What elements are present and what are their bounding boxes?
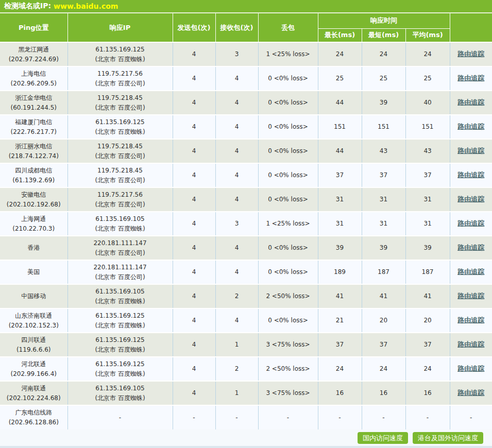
table-row: 广东电信线路 (202.96.128.86) - - - - - - - -	[0, 405, 492, 429]
ping-location-name: 浙江丽水电信	[2, 142, 66, 151]
response-ip-cell: 61.135.169.125 (北京市 百度蜘蛛)	[67, 308, 173, 333]
route-cell: 路由追踪	[450, 333, 492, 357]
response-ip-detail: (北京市 百度蜘蛛)	[70, 369, 171, 379]
received-packets-cell: 3	[215, 212, 258, 236]
ping-location-cell: 浙江丽水电信 (218.74.122.74)	[0, 139, 67, 163]
overseas-speed-button[interactable]: 港台及国外访问速度	[413, 432, 483, 444]
min-ms-cell: 37	[362, 163, 405, 187]
ping-location-cell: 四川成都电信 (61.139.2.69)	[0, 163, 67, 187]
response-ip-cell: 61.135.169.125 (北京市 百度蜘蛛)	[67, 115, 173, 139]
response-ip-detail: (北京市 百度蜘蛛)	[70, 55, 171, 64]
response-ip-detail: (北京市 百度公司)	[70, 176, 171, 185]
ping-location-ip: (222.76.217.7)	[2, 127, 66, 137]
response-ip-cell: 61.135.169.105 (北京市 百度蜘蛛)	[67, 381, 173, 405]
min-ms-cell: 25	[362, 66, 405, 91]
sent-packets-cell: 4	[173, 357, 215, 381]
table-row: 浙江丽水电信 (218.74.122.74) 119.75.218.45 (北京…	[0, 139, 492, 163]
sent-packets-cell: 4	[173, 66, 215, 91]
received-packets-cell: 3	[215, 42, 258, 66]
response-ip-cell: 119.75.218.45 (北京市 百度公司)	[67, 163, 173, 187]
route-trace-link[interactable]: 路由追踪	[457, 147, 484, 154]
response-ip-value: 61.135.169.105	[70, 384, 171, 393]
route-trace-link[interactable]: 路由追踪	[457, 365, 484, 372]
ping-location-name: 美国	[2, 267, 66, 277]
sent-packets-cell: 4	[173, 163, 215, 187]
response-ip-detail: (北京市 百度蜘蛛)	[70, 393, 171, 403]
route-trace-link[interactable]: 路由追踪	[457, 98, 484, 106]
route-cell: 路由追踪	[450, 115, 492, 139]
ping-location-ip: (202.102.152.3)	[2, 321, 66, 331]
ping-location-cell: 美国	[0, 260, 67, 284]
avg-ms-cell: 187	[405, 260, 450, 284]
ping-location-ip: (202.102.224.68)	[2, 393, 66, 403]
ping-location-ip: (119.6.6.6)	[2, 345, 66, 355]
min-ms-cell: 20	[362, 308, 405, 333]
ping-location-cell: 香港	[0, 236, 67, 260]
min-ms-cell: 31	[362, 187, 405, 212]
sent-packets-cell: 4	[173, 91, 215, 115]
route-trace-link[interactable]: 路由追踪	[457, 219, 484, 227]
table-row: 上海网通 (210.22.70.3) 61.135.169.105 (北京市 百…	[0, 212, 492, 236]
route-trace-link: -	[470, 414, 472, 421]
response-ip-cell: 220.181.111.147 (北京市 百度公司)	[67, 260, 173, 284]
response-ip-cell: 119.75.218.45 (北京市 百度公司)	[67, 91, 173, 115]
header-route-column	[450, 13, 492, 42]
min-ms-cell: 16	[362, 381, 405, 405]
route-trace-link[interactable]: 路由追踪	[457, 123, 484, 130]
route-trace-link[interactable]: 路由追踪	[457, 268, 484, 275]
response-ip-value: 61.135.169.125	[70, 45, 171, 55]
response-ip-detail: (北京市 百度蜘蛛)	[70, 224, 171, 234]
response-ip-value: 119.75.218.45	[70, 142, 171, 151]
table-row: 安徽电信 (202.102.192.68) 119.75.217.56 (北京市…	[0, 187, 492, 212]
max-ms-cell: 41	[318, 284, 362, 308]
received-packets-cell: 4	[215, 236, 258, 260]
sent-packets-cell: -	[173, 405, 215, 429]
response-ip-cell: 61.135.169.125 (北京市 百度蜘蛛)	[67, 333, 173, 357]
ping-location-ip: (202.97.224.69)	[2, 55, 66, 64]
route-trace-link[interactable]: 路由追踪	[457, 50, 484, 58]
route-trace-link[interactable]: 路由追踪	[457, 244, 484, 251]
sent-packets-cell: 4	[173, 236, 215, 260]
route-cell: 路由追踪	[450, 357, 492, 381]
route-trace-link[interactable]: 路由追踪	[457, 340, 484, 348]
route-trace-link[interactable]: 路由追踪	[457, 74, 484, 82]
min-ms-cell: 43	[362, 139, 405, 163]
route-cell: 路由追踪	[450, 284, 492, 308]
route-trace-link[interactable]: 路由追踪	[457, 195, 484, 203]
response-ip-cell: 61.135.169.105 (北京市 百度蜘蛛)	[67, 212, 173, 236]
response-ip-value: 119.75.217.56	[70, 190, 171, 200]
domestic-speed-button[interactable]: 国内访问速度	[358, 432, 408, 444]
packet-loss-cell: 0 <0% loss>	[258, 236, 318, 260]
response-ip-cell: 61.135.169.125 (北京市 百度蜘蛛)	[67, 42, 173, 66]
route-trace-link[interactable]: 路由追踪	[457, 171, 484, 179]
response-ip-value: 119.75.217.56	[70, 69, 171, 79]
received-packets-cell: 2	[215, 284, 258, 308]
response-ip-detail: (北京市 百度蜘蛛)	[70, 321, 171, 331]
ping-location-name: 河南联通	[2, 384, 66, 393]
header-ping-location: Ping位置	[0, 13, 67, 42]
avg-ms-cell: 40	[405, 91, 450, 115]
route-cell: 路由追踪	[450, 236, 492, 260]
route-trace-link[interactable]: 路由追踪	[457, 292, 484, 300]
packet-loss-cell: 2 <50% loss>	[258, 284, 318, 308]
ping-location-cell: 四川联通 (119.6.6.6)	[0, 333, 67, 357]
ping-location-cell: 河北联通 (202.99.166.4)	[0, 357, 67, 381]
received-packets-cell: 4	[215, 115, 258, 139]
response-ip-value: 119.75.218.45	[70, 166, 171, 176]
response-ip-cell: 61.135.169.105 (北京市 百度蜘蛛)	[67, 284, 173, 308]
min-ms-cell: 31	[362, 212, 405, 236]
response-ip-value: 61.135.169.125	[70, 359, 171, 369]
response-ip-value: -	[70, 413, 171, 423]
avg-ms-cell: 20	[405, 308, 450, 333]
ping-location-name: 河北联通	[2, 359, 66, 369]
table-row: 四川成都电信 (61.139.2.69) 119.75.218.45 (北京市 …	[0, 163, 492, 187]
avg-ms-cell: 37	[405, 163, 450, 187]
packet-loss-cell: 0 <0% loss>	[258, 260, 318, 284]
route-trace-link[interactable]: 路由追踪	[457, 316, 484, 324]
sent-packets-cell: 4	[173, 284, 215, 308]
received-packets-cell: 4	[215, 260, 258, 284]
sent-packets-cell: 4	[173, 381, 215, 405]
ping-location-ip: (210.22.70.3)	[2, 224, 66, 234]
ping-location-cell: 安徽电信 (202.102.192.68)	[0, 187, 67, 212]
route-trace-link[interactable]: 路由追踪	[457, 389, 484, 397]
